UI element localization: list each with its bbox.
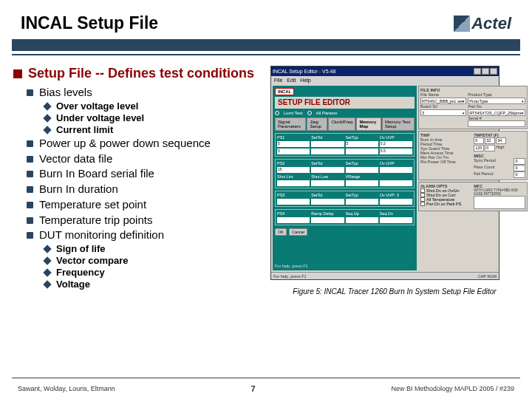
list-item: Bias levels bbox=[27, 86, 265, 100]
status-help: For help, press F1 bbox=[273, 274, 307, 279]
ps3-input[interactable] bbox=[346, 199, 378, 205]
ps4-input[interactable] bbox=[380, 217, 412, 223]
pass-count-input[interactable]: 0 bbox=[514, 165, 525, 171]
ps1-setval-input[interactable]: 5 bbox=[277, 141, 310, 147]
sync-period-input[interactable]: 0 bbox=[514, 158, 525, 165]
window-title: INCAL Setup Editor - V5.48 bbox=[273, 69, 335, 74]
tmp-hi-input[interactable]: 125 bbox=[474, 145, 484, 151]
sub-list-item: Sign of life bbox=[44, 243, 265, 254]
ps1-row2-input[interactable]: 5.5 bbox=[380, 149, 412, 154]
figure-column: INCAL Setup Editor - V5.48 File Edit Hel… bbox=[270, 66, 519, 296]
radio-icon[interactable] bbox=[275, 111, 279, 115]
menu-file[interactable]: File bbox=[274, 78, 282, 83]
tab-memory-map[interactable]: Memory Map bbox=[356, 117, 381, 131]
ps4-input[interactable] bbox=[277, 217, 310, 223]
tab-jtag[interactable]: Jtag Setup bbox=[307, 117, 327, 131]
incal-badge: INCAL bbox=[275, 88, 294, 95]
ps2-shutlim-input[interactable] bbox=[277, 180, 310, 186]
ps2-setval-input[interactable]: 15 bbox=[277, 167, 310, 173]
ps1-row2-input[interactable]: 5 bbox=[277, 149, 310, 154]
minimize-button[interactable] bbox=[474, 68, 481, 75]
slide-footer: Sawant, Wolday, Louris, Eltmann 7 New BI… bbox=[18, 384, 514, 393]
slide-title: INCAL Setup File bbox=[21, 13, 158, 33]
divider-thick bbox=[12, 39, 520, 51]
sub-list-item: Under voltage level bbox=[44, 112, 265, 123]
list-item: Temperature set point bbox=[27, 198, 265, 212]
dot-bullet-icon bbox=[27, 89, 33, 96]
menu-help[interactable]: Help bbox=[300, 78, 310, 83]
ps2-input[interactable] bbox=[380, 167, 412, 173]
sub-list-item: Frequency bbox=[44, 267, 265, 278]
diamond-bullet-icon bbox=[43, 114, 51, 122]
cancel-button[interactable]: Cancel bbox=[289, 228, 307, 236]
sub-list-item: Vector compare bbox=[44, 255, 265, 266]
window-buttons bbox=[474, 68, 497, 75]
ps4-input[interactable] bbox=[311, 217, 344, 223]
page-number: 7 bbox=[251, 384, 256, 393]
ps1-row2-input[interactable] bbox=[311, 149, 344, 154]
window-menubar: File Edit Help bbox=[271, 76, 499, 84]
slide-content: Setup File -- Defines test conditions Bi… bbox=[0, 55, 532, 296]
bullet-column: Setup File -- Defines test conditions Bi… bbox=[13, 66, 265, 296]
ps3-group: PS3 SetTol SetTyp Ov UVP: 3 bbox=[275, 191, 415, 207]
diamond-bullet-icon bbox=[43, 245, 51, 253]
close-button[interactable] bbox=[490, 68, 497, 75]
dot-bullet-icon bbox=[27, 217, 33, 224]
tab-signal-params[interactable]: Signal Parameters bbox=[275, 117, 306, 131]
ps2-input[interactable] bbox=[311, 167, 344, 173]
chevron-down-icon: ▾ bbox=[463, 111, 465, 115]
ps4-input[interactable] bbox=[346, 217, 378, 223]
list-item: Burn In Board serial file bbox=[27, 167, 265, 181]
list-item: Burn In duration bbox=[27, 183, 265, 197]
help-hint: For help, press F1 bbox=[275, 264, 415, 268]
menu-edit[interactable]: Edit bbox=[287, 78, 296, 83]
dot-bullet-icon bbox=[27, 186, 33, 193]
radio-icon[interactable] bbox=[307, 111, 312, 115]
tab-memory-test[interactable]: Memory Test Setup bbox=[382, 117, 415, 131]
mfc-text-input[interactable] bbox=[474, 196, 525, 209]
fileinfo-box: FILE INFO File Name RT54SC_BBB_jw1.set▾ … bbox=[418, 86, 528, 129]
sub-list-item: Over voltage level bbox=[44, 100, 265, 112]
list-item: Vector data file bbox=[27, 152, 265, 166]
ok-button[interactable]: OK bbox=[275, 228, 287, 236]
ps2-shutlow-input[interactable] bbox=[311, 180, 344, 186]
chevron-down-icon: ▾ bbox=[463, 99, 465, 103]
boardsrl-combo[interactable]: 3▾ bbox=[420, 109, 466, 116]
mode-radio-row: Lumi Test All Params bbox=[275, 110, 415, 116]
diamond-bullet-icon bbox=[43, 102, 51, 110]
window-titlebar[interactable]: INCAL Setup Editor - V5.48 bbox=[271, 66, 499, 76]
tab-clock-freq[interactable]: Clock/Freq bbox=[328, 117, 355, 131]
ps1-ovuvp-input[interactable]: 0.2 bbox=[380, 141, 412, 147]
list-item-text: Bias levels bbox=[39, 86, 92, 100]
checkbox-icon[interactable] bbox=[420, 202, 425, 206]
ps1-settol-input[interactable] bbox=[311, 141, 344, 147]
dot-bullet-icon bbox=[27, 202, 33, 208]
filename-combo[interactable]: RT54SC_BBB_jw1.set▾ bbox=[420, 98, 466, 104]
tmp-sl-input[interactable]: 0 bbox=[474, 137, 484, 144]
logo-text: Actel bbox=[471, 14, 511, 33]
ps3-input[interactable] bbox=[311, 199, 344, 205]
partno-combo[interactable]: RT54SX72S_CQFP_256pins▾ bbox=[468, 109, 525, 116]
maximize-button[interactable] bbox=[482, 68, 489, 75]
ps2-input[interactable] bbox=[346, 167, 378, 173]
ps4-group: PS4 Ramp Delay Seq Up Seq Dn bbox=[275, 209, 415, 225]
ps1-row2-input[interactable] bbox=[346, 149, 378, 154]
dot-bullet-icon bbox=[27, 156, 33, 163]
serial-input[interactable] bbox=[468, 120, 525, 127]
ps1-settyp-input[interactable]: 5 bbox=[346, 141, 378, 147]
tmp-sh-input[interactable]: 0 bbox=[485, 145, 495, 151]
tmp-lo-input[interactable]: 32 bbox=[485, 137, 495, 144]
slide-header: INCAL Setup File Actel bbox=[0, 0, 532, 39]
tmp-set-input[interactable]: 34 bbox=[496, 137, 506, 144]
alarm-mfc-box: ALARM OPTS Shut Dn on Ov/Un Shut Dn on C… bbox=[418, 182, 528, 211]
ps2-vrange-input[interactable] bbox=[346, 180, 378, 186]
ps3-input[interactable] bbox=[277, 199, 310, 205]
ps1-group: PS1 SetTol SetTyp Ov UVP 5 5 0.2 5 5.5 bbox=[275, 133, 415, 157]
producttype-combo[interactable]: ProtoType▾ bbox=[468, 98, 525, 104]
side-panel-stack: FILE INFO File Name RT54SC_BBB_jw1.set▾ … bbox=[418, 86, 528, 270]
dot-bullet-icon bbox=[27, 232, 33, 239]
ps2-input[interactable] bbox=[380, 180, 412, 186]
fail-period-input[interactable]: 0 bbox=[514, 171, 525, 178]
status-indicators: CAP NUM bbox=[478, 274, 497, 279]
ps3-input[interactable] bbox=[380, 199, 412, 205]
